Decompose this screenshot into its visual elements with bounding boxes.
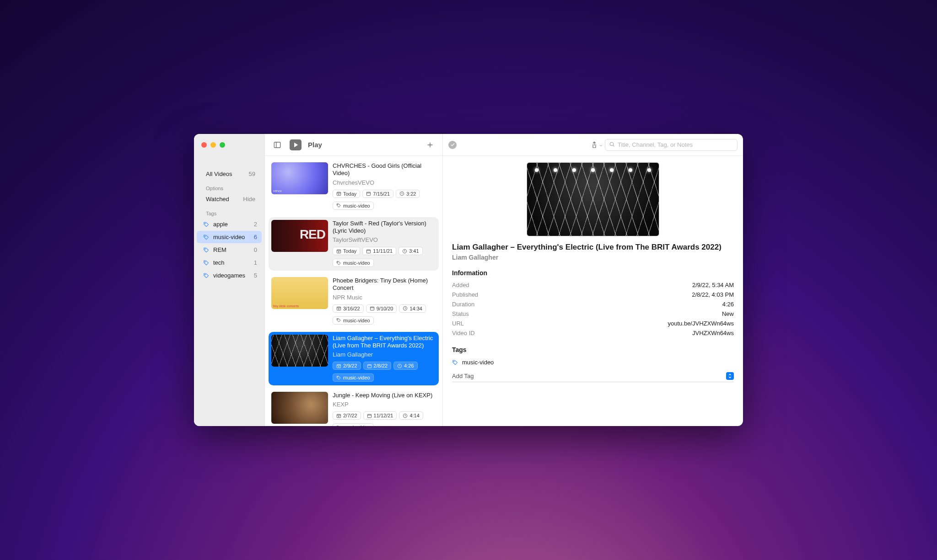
mark-watched-button[interactable] [448,141,457,149]
svg-point-2 [205,248,205,249]
added-date-pill: Today [333,247,360,255]
tag-count: 2 [254,221,257,228]
tag-label: apple [213,221,228,228]
duration-pill: 4:26 [393,362,417,370]
sidebar: All Videos 59 Options Watched Hide Tags … [194,134,264,426]
search-icon [609,141,615,149]
sidebar-tag-tech[interactable]: tech1 [197,256,262,269]
duration-pill: 3:41 [398,247,422,255]
search-field[interactable] [605,139,738,151]
tag-pill: music-video [333,316,374,325]
svg-point-4 [205,274,205,274]
all-videos-count: 59 [249,171,255,177]
tag-icon [203,234,210,240]
tag-label: REM [213,246,226,253]
sidebar-section-tags: Tags [197,206,262,217]
info-row-added: Added2/9/22, 5:34 AM [452,280,734,290]
video-list[interactable]: CHVRCHES - Good Girls (Official Video)Ch… [265,156,442,426]
tag-label: music-video [213,234,245,240]
video-list-item[interactable]: Liam Gallagher – Everything's Electric (… [269,332,439,386]
added-date-pill: 2/9/22 [333,362,361,370]
minimize-window-button[interactable] [210,142,216,148]
video-thumbnail [271,277,328,309]
added-date-pill: Today [333,190,360,198]
all-videos-label: All Videos [206,171,232,177]
tag-icon [203,221,210,228]
video-thumbnail [271,162,328,194]
video-title: Phoebe Bridgers: Tiny Desk (Home) Concer… [333,277,436,292]
tag-count: 5 [254,272,257,279]
close-window-button[interactable] [201,142,207,148]
toolbar-title: Play [308,141,322,149]
sidebar-tag-apple[interactable]: apple2 [197,218,262,230]
window-controls [194,136,264,154]
add-tag-dropdown-button[interactable] [726,372,734,380]
svg-point-40 [338,377,338,377]
sidebar-tag-REM[interactable]: REM0 [197,244,262,256]
video-channel: ChvrchesVEVO [333,179,436,186]
info-row-videoid: Video IDJVHZXWn64ws [452,328,734,338]
added-date-pill: 2/7/22 [333,411,361,420]
published-date-pill: 7/15/21 [362,190,393,198]
watched-label: Watched [206,196,229,203]
info-row-status: StatusNew [452,309,734,319]
toggle-sidebar-button[interactable] [271,139,283,150]
video-channel: NPR Music [333,294,436,301]
video-list-column: Play CHVRCHES - Good Girls (Official Vid… [264,134,443,426]
tag-count: 6 [254,234,257,240]
video-list-item[interactable]: Taylor Swift - Red (Taylor's Version) (L… [269,217,439,271]
published-date-pill: 11/11/21 [362,247,396,255]
video-thumbnail [271,335,328,367]
tag-icon [203,260,210,266]
published-date-pill: 2/8/22 [363,362,392,370]
detail-panel: Liam Gallagher – Everything's Electric (… [443,134,743,426]
tag-icon [203,272,210,279]
sidebar-item-watched[interactable]: Watched Hide [197,193,262,205]
published-date-pill: 11/12/21 [363,411,397,420]
svg-rect-45 [367,414,371,417]
video-title: Taylor Swift - Red (Taylor's Version) (L… [333,220,436,235]
detail-info-header: Information [452,269,734,277]
search-input[interactable] [618,141,733,148]
info-row-duration: Duration4:26 [452,299,734,309]
add-video-button[interactable] [424,139,436,150]
sidebar-section-options: Options [197,181,262,192]
detail-tag-item[interactable]: music-video [452,357,734,368]
svg-rect-13 [367,192,371,195]
svg-point-49 [610,142,614,146]
tag-pill: music-video [333,373,374,382]
info-row-url: URLyoutu.be/JVHZXWn64ws [452,319,734,328]
video-title: Liam Gallagher – Everything's Electric (… [333,335,436,350]
published-date-pill: 9/10/20 [366,304,397,313]
svg-point-24 [338,262,338,262]
detail-title: Liam Gallagher – Everything's Electric (… [452,243,734,252]
added-date-pill: 3/16/22 [333,304,364,313]
detail-toolbar [443,134,743,156]
svg-point-0 [205,223,205,223]
duration-pill: 14:34 [399,304,426,313]
watched-hide-toggle[interactable]: Hide [243,196,255,203]
svg-point-16 [338,204,338,205]
sidebar-item-all-videos[interactable]: All Videos 59 [197,168,262,180]
tag-count: 0 [254,246,257,253]
sidebar-tag-music-video[interactable]: music-video6 [197,231,262,243]
share-button[interactable] [588,139,600,150]
sidebar-tag-videogames[interactable]: videogames5 [197,269,262,282]
play-button[interactable] [290,139,302,150]
tag-label: tech [213,259,225,266]
duration-pill: 3:22 [396,190,420,198]
svg-rect-21 [367,250,371,253]
video-title: Jungle - Keep Moving (Live on KEXP) [333,392,436,399]
duration-pill: 4:14 [399,411,423,420]
add-tag-input[interactable] [452,373,726,379]
video-list-item[interactable]: Phoebe Bridgers: Tiny Desk (Home) Concer… [269,274,439,328]
fullscreen-window-button[interactable] [220,142,225,148]
tag-label: videogames [213,272,245,279]
add-tag-field[interactable] [452,370,734,382]
svg-point-51 [453,361,454,361]
tag-pill: music-video [333,423,374,426]
tag-count: 1 [254,259,257,266]
svg-point-3 [205,261,205,261]
video-list-item[interactable]: Jungle - Keep Moving (Live on KEXP)KEXP2… [269,389,439,426]
video-list-item[interactable]: CHVRCHES - Good Girls (Official Video)Ch… [269,160,439,213]
